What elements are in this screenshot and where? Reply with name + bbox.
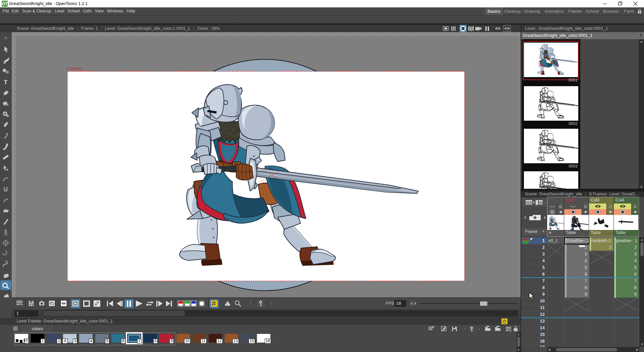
svg-text:FPS: FPS (386, 301, 394, 306)
svg-text:18: 18 (396, 301, 401, 306)
svg-text:OT: OT (2, 1, 8, 6)
svg-text:T: T (4, 79, 8, 85)
